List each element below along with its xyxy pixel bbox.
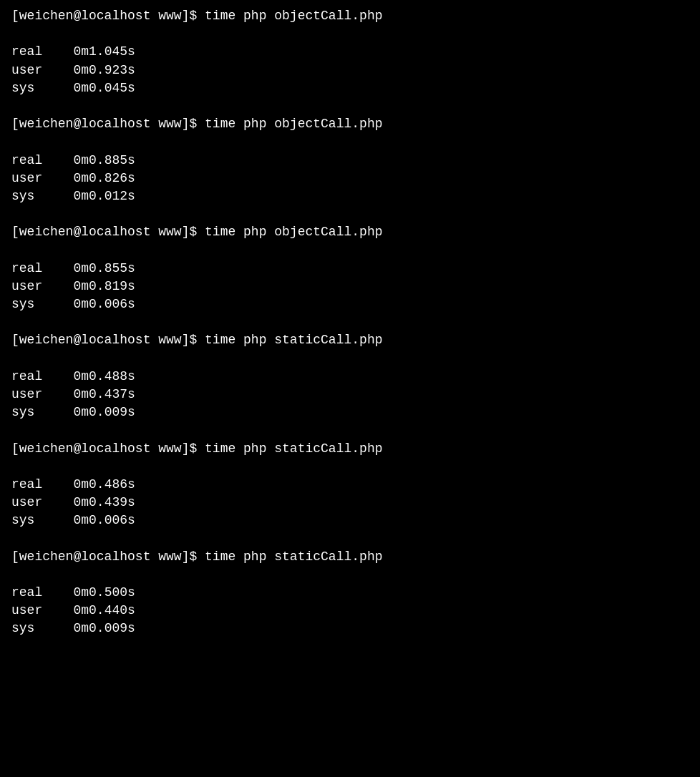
blank-line [11, 350, 689, 368]
terminal-result-line: user 0m0.440s [11, 602, 689, 620]
blank-line [11, 529, 689, 547]
blank-line [11, 421, 689, 439]
terminal-result-line: sys 0m0.006s [11, 295, 689, 313]
blank-line [11, 458, 689, 476]
terminal-result-line: user 0m0.437s [11, 386, 689, 404]
terminal-result-line: real 0m1.045s [11, 43, 689, 61]
terminal-result-line: real 0m0.486s [11, 476, 689, 494]
terminal-prompt: [weichen@localhost www]$ time php static… [11, 440, 689, 458]
terminal-result-line: sys 0m0.012s [11, 187, 689, 205]
terminal-result-line: real 0m0.500s [11, 584, 689, 602]
blank-line [11, 638, 689, 656]
terminal-result-line: user 0m0.819s [11, 278, 689, 295]
blank-line [11, 205, 689, 223]
blank-line [11, 566, 689, 584]
blank-line [11, 313, 689, 331]
terminal-result-line: sys 0m0.009s [11, 620, 689, 637]
terminal-result-line: real 0m0.488s [11, 368, 689, 386]
terminal-result-line: sys 0m0.009s [11, 404, 689, 421]
terminal-result-line: real 0m0.855s [11, 260, 689, 278]
terminal-prompt: [weichen@localhost www]$ time php object… [11, 223, 689, 241]
terminal-prompt: [weichen@localhost www]$ time php static… [11, 548, 689, 566]
terminal-result-line: sys 0m0.045s [11, 79, 689, 97]
terminal-result-line: real 0m0.885s [11, 152, 689, 170]
blank-line [11, 25, 689, 43]
blank-line [11, 241, 689, 259]
terminal-prompt: [weichen@localhost www]$ time php static… [11, 331, 689, 349]
terminal-result-line: user 0m0.439s [11, 494, 689, 512]
blank-line [11, 133, 689, 151]
terminal-prompt: [weichen@localhost www]$ time php object… [11, 7, 689, 25]
blank-line [11, 97, 689, 115]
terminal-prompt: [weichen@localhost www]$ time php object… [11, 115, 689, 133]
terminal-result-line: user 0m0.826s [11, 170, 689, 187]
terminal-result-line: user 0m0.923s [11, 62, 689, 79]
terminal-output: [weichen@localhost www]$ time php object… [11, 7, 689, 656]
terminal-result-line: sys 0m0.006s [11, 512, 689, 529]
